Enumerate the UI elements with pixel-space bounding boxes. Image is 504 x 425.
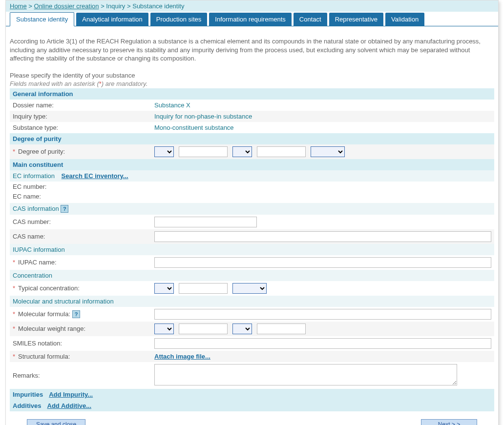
molecular-weight-op2-select[interactable] bbox=[232, 324, 252, 334]
section-general-information: General information bbox=[10, 88, 494, 100]
degree-of-purity-label: Degree of purity: bbox=[18, 148, 65, 155]
degree-purity-op1-select[interactable] bbox=[154, 146, 174, 157]
attach-image-file-link[interactable]: Attach image file... bbox=[154, 353, 210, 360]
dossier-name-label: Dossier name: bbox=[13, 101, 154, 109]
molecular-weight-val1-input[interactable] bbox=[179, 324, 228, 334]
degree-purity-val1-input[interactable] bbox=[179, 146, 228, 157]
required-icon: * bbox=[13, 148, 15, 155]
structural-formula-label: Structural formula: bbox=[18, 353, 70, 360]
subsection-ec-information: EC information Search EC inventory... bbox=[10, 170, 494, 182]
substance-type-value: Mono-constituent substance bbox=[154, 124, 491, 131]
required-icon: * bbox=[13, 310, 15, 318]
degree-purity-val2-input[interactable] bbox=[257, 146, 306, 157]
smiles-notation-label: SMILES notation: bbox=[13, 340, 154, 347]
section-degree-of-purity: Degree of purity bbox=[10, 133, 494, 144]
degree-purity-op2-select[interactable] bbox=[232, 146, 252, 157]
tab-validation[interactable]: Validation bbox=[385, 13, 424, 26]
ec-number-label: EC number: bbox=[13, 183, 154, 190]
molecular-weight-range-label: Molecular weight range: bbox=[18, 325, 85, 332]
specify-text: Please specify the identity of your subs… bbox=[10, 72, 494, 79]
required-icon: * bbox=[13, 325, 15, 332]
typical-concentration-val-input[interactable] bbox=[179, 283, 228, 294]
next-button[interactable]: Next > > bbox=[421, 419, 477, 425]
add-impurity-link[interactable]: Add Impurity... bbox=[49, 391, 93, 398]
section-impurities: Impurities Add Impurity... bbox=[10, 389, 494, 400]
substance-type-label: Substance type: bbox=[13, 124, 154, 131]
typical-concentration-label: Typical concentration: bbox=[18, 284, 80, 292]
section-main-constituent: Main constituent bbox=[10, 159, 494, 170]
tab-production-sites[interactable]: Production sites bbox=[150, 13, 208, 26]
search-ec-inventory-link[interactable]: Search EC inventory... bbox=[62, 172, 128, 180]
degree-purity-unit-select[interactable] bbox=[311, 146, 345, 157]
cas-number-input[interactable] bbox=[154, 217, 257, 227]
cas-name-input[interactable] bbox=[154, 231, 491, 242]
molecular-weight-op1-select[interactable] bbox=[154, 324, 174, 334]
tab-representative[interactable]: Representative bbox=[329, 13, 383, 26]
cas-name-label: CAS name: bbox=[13, 233, 154, 240]
tab-contact[interactable]: Contact bbox=[294, 13, 327, 26]
dossier-name-value: Substance X bbox=[154, 101, 491, 109]
iupac-name-input[interactable] bbox=[154, 257, 491, 268]
inquiry-type-value: Inquiry for non-phase-in substance bbox=[154, 113, 491, 120]
add-additive-link[interactable]: Add Additive... bbox=[47, 402, 92, 409]
save-and-close-button[interactable]: Save and close bbox=[27, 419, 85, 425]
typical-concentration-op-select[interactable] bbox=[154, 283, 174, 294]
molecular-formula-input[interactable] bbox=[154, 309, 491, 320]
section-additives: Additives Add Additive... bbox=[10, 400, 494, 411]
tab-information-requirements[interactable]: Information requirements bbox=[209, 13, 292, 26]
breadcrumb-inquiry: Inquiry bbox=[106, 2, 125, 10]
typical-concentration-unit-select[interactable] bbox=[232, 283, 267, 294]
required-icon: * bbox=[13, 353, 15, 360]
help-icon[interactable]: ? bbox=[61, 205, 68, 213]
tab-substance-identity[interactable]: Substance identity bbox=[10, 12, 74, 26]
remarks-textarea[interactable] bbox=[154, 364, 457, 385]
tab-analytical-information[interactable]: Analytical information bbox=[76, 13, 148, 26]
breadcrumb-current: Substance identity bbox=[132, 2, 184, 10]
tab-bar: Substance identity Analytical informatio… bbox=[6, 12, 498, 26]
required-icon: * bbox=[13, 284, 15, 292]
help-icon[interactable]: ? bbox=[72, 310, 80, 318]
iupac-name-label: IUPAC name: bbox=[18, 259, 57, 266]
subsection-molecular-structural: Molecular and structural information bbox=[10, 296, 494, 307]
intro-text: According to Article 3(1) of the REACH R… bbox=[10, 37, 494, 63]
cas-number-label: CAS number: bbox=[13, 218, 154, 225]
ec-name-label: EC name: bbox=[13, 193, 154, 200]
inquiry-type-label: Inquiry type: bbox=[13, 113, 154, 120]
molecular-formula-label: Molecular formula: bbox=[18, 310, 70, 318]
subsection-concentration: Concentration bbox=[10, 270, 494, 281]
mandatory-note: Fields marked with an asterisk (*) are m… bbox=[10, 80, 494, 87]
molecular-weight-val2-input[interactable] bbox=[257, 324, 306, 334]
required-icon: * bbox=[13, 259, 15, 266]
subsection-cas-information: CAS information ? bbox=[10, 203, 494, 215]
subsection-iupac-information: IUPAC information bbox=[10, 244, 494, 255]
remarks-label: Remarks: bbox=[13, 372, 154, 379]
breadcrumb-home[interactable]: Home bbox=[10, 2, 27, 10]
breadcrumb: Home > Online dossier creation > Inquiry… bbox=[6, 0, 498, 12]
breadcrumb-online-dossier[interactable]: Online dossier creation bbox=[34, 2, 99, 10]
smiles-notation-input[interactable] bbox=[154, 338, 491, 349]
